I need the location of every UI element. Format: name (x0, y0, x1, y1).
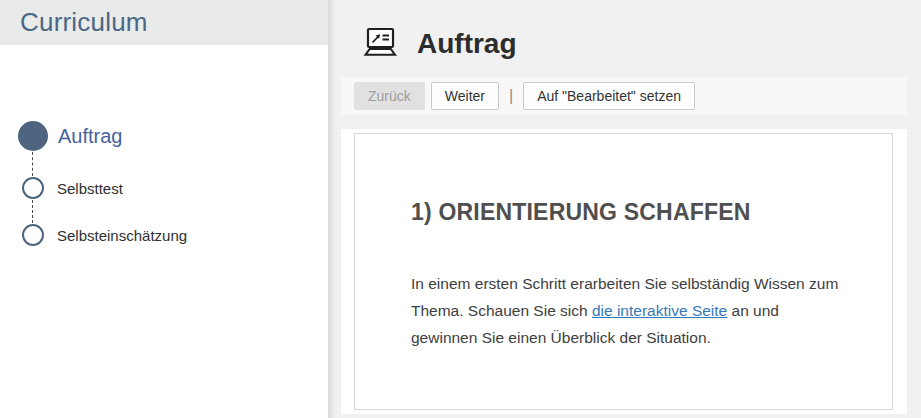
interactive-page-link[interactable]: die interaktive Seite (592, 302, 727, 319)
page-title: Auftrag (417, 27, 517, 61)
back-button[interactable]: Zurück (354, 82, 425, 110)
laptop-chart-icon (361, 26, 399, 60)
content-paragraph: In einem ersten Schritt erarbeiten Sie s… (411, 270, 841, 351)
step-circle-filled-icon (18, 121, 48, 151)
step-label: Selbsteinschätzung (57, 227, 187, 244)
step-label: Auftrag (58, 125, 122, 148)
next-button[interactable]: Weiter (431, 82, 499, 110)
sidebar-step-selbsteinschaetzung[interactable]: Selbsteinschätzung (22, 224, 187, 246)
mark-edited-button[interactable]: Auf "Bearbeitet" setzen (523, 82, 695, 110)
content-heading: 1) ORIENTIERUNG SCHAFFEN (411, 198, 837, 226)
step-circle-icon (22, 177, 44, 199)
stepper-connector (32, 200, 33, 223)
sidebar-title: Curriculum (20, 7, 148, 38)
toolbar: Zurück Weiter | Auf "Bearbeitet" setzen (341, 77, 907, 115)
curriculum-sidebar: Curriculum Auftrag Selbsttest Selbsteins… (0, 0, 328, 418)
toolbar-separator: | (509, 87, 513, 105)
sidebar-step-selbsttest[interactable]: Selbsttest (22, 177, 123, 199)
sidebar-step-auftrag[interactable]: Auftrag (18, 121, 122, 151)
content-card: 1) ORIENTIERUNG SCHAFFEN In einem ersten… (341, 129, 907, 414)
page-header: Auftrag (328, 0, 921, 77)
stepper-connector (32, 152, 33, 176)
content-frame: 1) ORIENTIERUNG SCHAFFEN In einem ersten… (354, 133, 893, 410)
main-panel: Auftrag Zurück Weiter | Auf "Bearbeitet"… (328, 0, 921, 418)
step-circle-icon (22, 224, 44, 246)
curriculum-stepper: Auftrag Selbsttest Selbsteinschätzung (0, 45, 328, 418)
curriculum-app: Curriculum Auftrag Selbsttest Selbsteins… (0, 0, 921, 418)
step-label: Selbsttest (57, 180, 123, 197)
sidebar-header: Curriculum (0, 0, 328, 45)
